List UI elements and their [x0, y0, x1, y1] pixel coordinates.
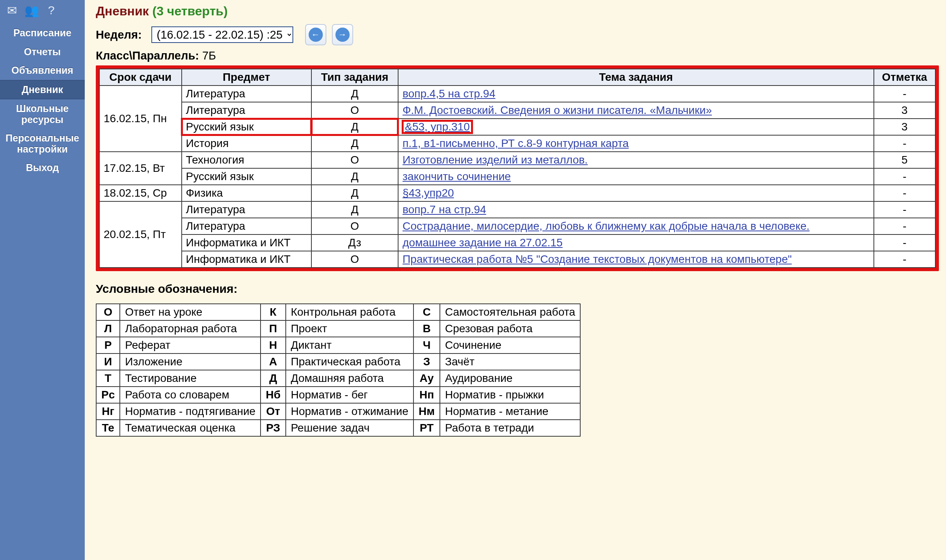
- mark-cell: -: [874, 218, 935, 234]
- topic-link[interactable]: Сострадание, милосердие, любовь к ближне…: [402, 220, 810, 232]
- table-row: ИсторияДп.1, в1-письменно, РТ с.8-9 конт…: [99, 135, 935, 152]
- table-row: Информатика и ИКТОПрактическая работа №5…: [99, 251, 935, 268]
- help-icon[interactable]: ?: [43, 2, 59, 18]
- grades-header-cell: Тип задания: [311, 69, 399, 86]
- sidebar-item[interactable]: Объявления: [0, 61, 85, 80]
- topic-link[interactable]: закончить сочинение: [402, 170, 511, 182]
- mark-cell: -: [874, 234, 935, 251]
- legend-text: Тестирование: [120, 370, 261, 387]
- topic-cell: вопр.7 на стр.94: [398, 201, 873, 218]
- class-label: Класс\Параллель:: [96, 49, 199, 62]
- table-row: Русский языкДзакончить сочинение-: [99, 168, 935, 185]
- week-filter-row: Неделя: (16.02.15 - 22.02.15) :25 ← →: [96, 24, 939, 45]
- type-cell: О: [311, 102, 399, 119]
- legend-row: ЛЛабораторная работаППроектВСрезовая раб…: [96, 320, 580, 337]
- legend-row: ТеТематическая оценкаРЗРешение задачРТРа…: [96, 420, 580, 436]
- legend-code: Д: [261, 370, 286, 387]
- sidebar-item[interactable]: Школьные ресурсы: [0, 99, 85, 129]
- mark-cell: -: [874, 168, 935, 185]
- topic-link[interactable]: Ф.М. Достоевский. Сведения о жизни писат…: [402, 104, 712, 116]
- legend-code: Т: [96, 370, 120, 387]
- arrow-right-icon: →: [335, 28, 350, 42]
- legend-row: ООтвет на урокеККонтрольная работаССамос…: [96, 304, 580, 320]
- topic-link[interactable]: п.1, в1-письменно, РТ с.8-9 контурная ка…: [402, 137, 629, 149]
- type-cell: Д: [311, 119, 399, 135]
- topic-cell: Ф.М. Достоевский. Сведения о жизни писат…: [398, 102, 873, 119]
- legend-code: Рс: [96, 387, 120, 403]
- type-cell: О: [311, 152, 399, 168]
- title-text: Дневник: [96, 4, 149, 18]
- subject-cell: Русский язык: [182, 119, 311, 135]
- week-prev-button[interactable]: ←: [305, 24, 326, 45]
- sidebar-item[interactable]: Выход: [0, 158, 85, 177]
- type-cell: О: [311, 218, 399, 234]
- week-next-button[interactable]: →: [332, 24, 353, 45]
- table-row: ЛитератураОФ.М. Достоевский. Сведения о …: [99, 102, 935, 119]
- legend-code: Нм: [413, 403, 440, 420]
- date-cell: 20.02.15, Пт: [99, 201, 182, 268]
- type-cell: Д: [311, 185, 399, 201]
- topic-link[interactable]: Изготовление изделий из металлов.: [402, 154, 588, 166]
- legend-text: Лабораторная работа: [120, 320, 261, 337]
- mark-cell: -: [874, 185, 935, 201]
- quarter-text: (3 четверть): [153, 4, 228, 18]
- legend-row: ИИзложениеАПрактическая работаЗЗачёт: [96, 353, 580, 370]
- topic-cell: §43,упр20: [398, 185, 873, 201]
- legend-row: НгНорматив - подтягиваниеОтНорматив - от…: [96, 403, 580, 420]
- sidebar-menu: РасписаниеОтчетыОбъявленияДневникШкольны…: [0, 24, 85, 177]
- page-title: Дневник (3 четверть): [96, 4, 939, 19]
- week-label: Неделя:: [96, 28, 142, 41]
- subject-cell: Информатика и ИКТ: [182, 234, 311, 251]
- topic-cell: Сострадание, милосердие, любовь к ближне…: [398, 218, 873, 234]
- legend-text: Работа в тетради: [440, 420, 580, 436]
- legend-text: Диктант: [286, 337, 413, 353]
- legend-text: Работа со словарем: [120, 387, 261, 403]
- legend-text: Проект: [286, 320, 413, 337]
- legend-code: Нп: [413, 387, 440, 403]
- legend-table: ООтвет на урокеККонтрольная работаССамос…: [96, 303, 581, 437]
- date-cell: 18.02.15, Ср: [99, 185, 182, 201]
- sidebar-item[interactable]: Персональные настройки: [0, 129, 85, 158]
- grades-header-row: Срок сдачиПредметТип заданияТема задания…: [99, 69, 935, 86]
- sidebar-item[interactable]: Расписание: [0, 24, 85, 43]
- legend-code: О: [96, 304, 120, 320]
- subject-cell: Русский язык: [182, 168, 311, 185]
- table-row: Русский языкД&53, упр.3103: [99, 119, 935, 135]
- mark-cell: 3: [874, 102, 935, 119]
- topic-link[interactable]: &53, упр.310: [405, 121, 470, 133]
- legend-text: Практическая работа: [286, 353, 413, 370]
- topic-link[interactable]: Практическая работа №5 "Создание текстов…: [402, 253, 791, 265]
- grades-header-cell: Предмет: [182, 69, 311, 86]
- mark-cell: 3: [874, 119, 935, 135]
- sidebar: ✉ 👥 ? РасписаниеОтчетыОбъявленияДневникШ…: [0, 0, 85, 560]
- legend-text: Контрольная работа: [286, 304, 413, 320]
- legend-text: Аудирование: [440, 370, 580, 387]
- subject-cell: Литература: [182, 201, 311, 218]
- date-cell: 17.02.15, Вт: [99, 152, 182, 185]
- legend-row: РсРабота со словаремНбНорматив - бегНпНо…: [96, 387, 580, 403]
- week-select[interactable]: (16.02.15 - 22.02.15) :25: [151, 26, 293, 43]
- legend-text: Реферат: [120, 337, 261, 353]
- legend-code: Ау: [413, 370, 440, 387]
- topic-cell: &53, упр.310: [398, 119, 873, 135]
- sidebar-item[interactable]: Отчеты: [0, 43, 85, 61]
- mail-icon[interactable]: ✉: [4, 2, 20, 18]
- topic-cell: домашнее задание на 27.02.15: [398, 234, 873, 251]
- grades-highlight-frame: Срок сдачиПредметТип заданияТема задания…: [96, 65, 939, 271]
- table-row: Информатика и ИКТДздомашнее задание на 2…: [99, 234, 935, 251]
- topic-link[interactable]: домашнее задание на 27.02.15: [402, 236, 562, 249]
- topic-link[interactable]: вопр.7 на стр.94: [402, 203, 486, 216]
- legend-text: Норматив - подтягивание: [120, 403, 261, 420]
- topic-cell: Изготовление изделий из металлов.: [398, 152, 873, 168]
- type-cell: Дз: [311, 234, 399, 251]
- legend-code: С: [413, 304, 440, 320]
- topic-link[interactable]: вопр.4,5 на стр.94: [402, 87, 495, 100]
- table-row: 17.02.15, ВтТехнологияОИзготовление изде…: [99, 152, 935, 168]
- topic-link[interactable]: §43,упр20: [402, 187, 454, 199]
- legend-text: Домашняя работа: [286, 370, 413, 387]
- legend-code: От: [261, 403, 286, 420]
- users-icon[interactable]: 👥: [24, 2, 39, 18]
- content-area: Дневник (3 четверть) Неделя: (16.02.15 -…: [85, 0, 946, 560]
- sidebar-item[interactable]: Дневник: [0, 80, 85, 100]
- mark-cell: -: [874, 251, 935, 268]
